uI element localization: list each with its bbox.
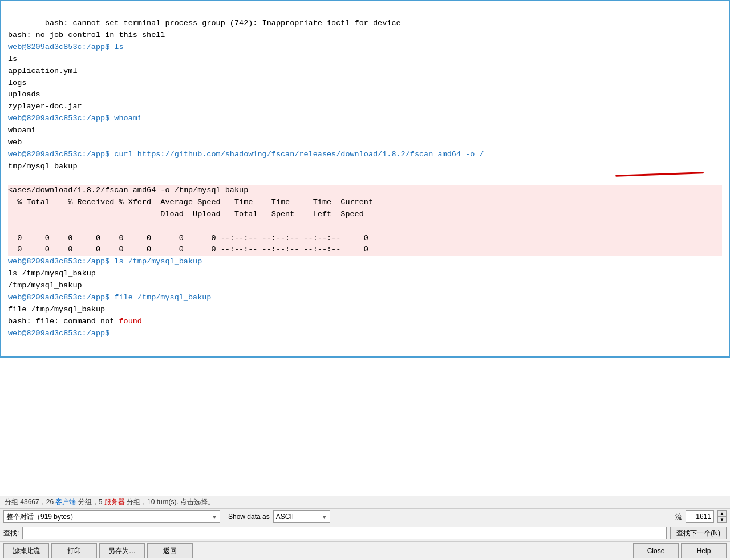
terminal-line-12: tmp/mysql_bakup: [8, 162, 78, 171]
status-text: 分组 43667，26 客户端 分组，5 服务器 分组，10 turn(s). …: [5, 498, 214, 506]
search-label: 查找:: [3, 529, 19, 538]
dialog-dropdown[interactable]: 整个对话（919 bytes） ▼: [3, 510, 220, 523]
filter-button[interactable]: 滤掉此流: [3, 543, 49, 558]
terminal-line-5: application.yml: [8, 67, 78, 75]
left-buttons: 滤掉此流 打印 另存为… 返回: [3, 543, 193, 558]
csdn-watermark: CSDN@Mad_Soycat: [569, 0, 627, 540]
encoding-value: ASCII: [276, 513, 294, 521]
right-buttons: Close Help: [633, 543, 727, 558]
find-next-button[interactable]: 查找下一个(N): [670, 527, 727, 539]
terminal-line-3: web@8209ad3c853c:/app$ ls: [8, 43, 124, 51]
terminal-line-4: ls: [8, 55, 17, 63]
close-button[interactable]: Close: [633, 543, 679, 558]
terminal-line-20: /tmp/mysql_bakup: [8, 281, 82, 290]
save-as-button[interactable]: 另存为…: [99, 543, 145, 558]
terminal-line-2: bash: no job control in this shell: [8, 31, 165, 39]
print-button[interactable]: 打印: [51, 543, 97, 558]
back-button[interactable]: 返回: [147, 543, 193, 558]
terminal-line-8: zyplayer-doc.jar: [8, 102, 82, 111]
help-button[interactable]: Help: [681, 543, 727, 558]
buttons-row: 滤掉此流 打印 另存为… 返回 CSDN@Mad_Soycat Close He…: [0, 541, 730, 560]
terminal-line-10: whoami: [8, 126, 36, 135]
terminal-line-23: bash: file: command not found: [8, 317, 142, 326]
flow-up-btn[interactable]: ▲: [717, 510, 727, 517]
main-container: bash: cannot set terminal process group …: [0, 0, 730, 560]
client-link[interactable]: 客户端: [55, 498, 76, 506]
terminal-line-11: web: [8, 138, 22, 147]
flow-down-btn[interactable]: ▼: [717, 517, 727, 523]
terminal-line-24: web@8209ad3c853c:/app$: [8, 329, 114, 338]
flow-spinner: ▲ ▼: [717, 510, 727, 523]
flow-label: 流: [675, 512, 682, 522]
terminal-line-19: ls /tmp/mysql_bakup: [8, 269, 96, 278]
terminal-line-18: web@8209ad3c853c:/app$ ls /tmp/mysql_bak…: [8, 257, 202, 266]
flow-input[interactable]: [686, 510, 714, 523]
terminal-line-7: uploads: [8, 90, 40, 99]
terminal-line-1: bash: cannot set terminal process group …: [45, 19, 401, 27]
encoding-dropdown[interactable]: ASCII ▼: [273, 510, 330, 523]
show-data-label: Show data as: [228, 513, 270, 521]
terminal-line-22: file /tmp/mysql_bakup: [8, 305, 105, 314]
encoding-arrow-icon: ▼: [322, 514, 327, 520]
server-link[interactable]: 服务器: [104, 498, 125, 506]
terminal-line-6: logs: [8, 79, 26, 87]
terminal-line-9: web@8209ad3c853c:/app$ whoami: [8, 114, 142, 123]
dialog-label: 整个对话（919 bytes）: [6, 512, 77, 522]
dialog-arrow-icon: ▼: [212, 514, 217, 520]
terminal-line-21: web@8209ad3c853c:/app$ file /tmp/mysql_b…: [8, 293, 211, 302]
